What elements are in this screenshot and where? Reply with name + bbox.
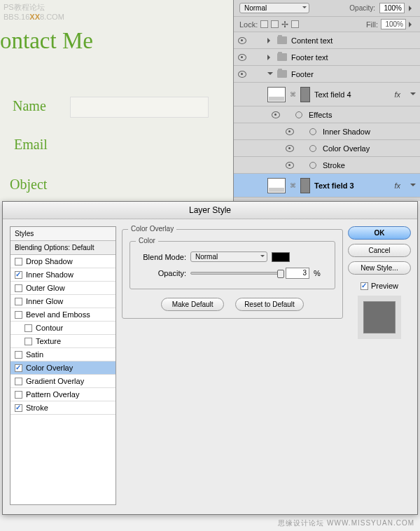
checkbox-icon[interactable] (360, 282, 368, 290)
visibility-icon[interactable] (238, 37, 246, 44)
checkbox-icon[interactable] (15, 364, 22, 372)
lock-label: Lock: (239, 20, 258, 29)
fill-label: Fill: (366, 20, 378, 29)
visibility-icon[interactable] (286, 145, 294, 152)
style-item-contour[interactable]: Contour (10, 322, 115, 335)
checkbox-icon[interactable] (15, 391, 22, 399)
style-label: Outer Glow (26, 284, 65, 292)
mask-thumb-icon (300, 87, 310, 102)
fill-arrow-icon[interactable] (409, 22, 414, 27)
checkbox-icon[interactable] (24, 324, 32, 332)
style-item-bevel-and-emboss[interactable]: Bevel and Emboss (10, 308, 115, 322)
blend-mode-row: Blend Mode: Normal (137, 249, 328, 265)
ok-button[interactable]: OK (348, 226, 411, 240)
preview-toggle[interactable]: Preview (360, 282, 398, 290)
style-item-color-overlay[interactable]: Color Overlay (10, 361, 115, 375)
checkbox-icon[interactable] (15, 271, 22, 279)
style-label: Texture (36, 337, 61, 345)
style-label: Pattern Overlay (26, 390, 79, 399)
style-item-gradient-overlay[interactable]: Gradient Overlay (10, 375, 115, 388)
style-item-inner-glow[interactable]: Inner Glow (10, 295, 115, 308)
layer-group-row[interactable]: Footer text (234, 49, 420, 66)
visibility-icon[interactable] (238, 71, 246, 78)
fx-badge[interactable]: fx (394, 181, 406, 190)
opacity-slider[interactable] (190, 272, 281, 275)
checkbox-icon[interactable] (15, 378, 22, 385)
lock-all-icon[interactable] (291, 20, 299, 28)
label-email: Email (14, 137, 48, 153)
label-name: Name (13, 98, 46, 114)
lock-transparency-icon[interactable] (260, 20, 268, 28)
style-item-outer-glow[interactable]: Outer Glow (10, 282, 115, 295)
style-item-inner-shadow[interactable]: Inner Shadow (10, 268, 115, 282)
layer-name: Content text (291, 36, 332, 45)
opacity-input[interactable]: 3 (286, 268, 309, 279)
label-object: Object (10, 177, 47, 193)
settings-pane: Color Overlay Color Blend Mode: Normal O… (122, 226, 343, 505)
style-label: Contour (36, 324, 63, 332)
checkbox-icon[interactable] (15, 284, 22, 292)
blend-mode-select[interactable]: Normal (190, 251, 267, 262)
style-item-stroke[interactable]: Stroke (10, 401, 115, 415)
checkbox-icon[interactable] (15, 404, 22, 412)
style-label: Inner Shadow (26, 270, 74, 279)
checkbox-icon[interactable] (15, 298, 22, 305)
opacity-value[interactable]: 100% (379, 3, 405, 13)
dialog-buttons: OK Cancel New Style... Preview (349, 226, 410, 505)
footer-watermark: 思缘设计论坛 WWW.MISSYUAN.COM (278, 518, 414, 528)
checkbox-icon[interactable] (24, 338, 32, 345)
layer-group-row[interactable]: Content text (234, 32, 420, 49)
opacity-arrow-icon[interactable] (409, 6, 414, 11)
style-item-drop-shadow[interactable]: Drop Shadow (10, 255, 115, 268)
lock-move-icon[interactable]: ✢ (281, 20, 288, 29)
effect-item[interactable]: Inner Shadow (234, 123, 420, 140)
effect-item[interactable]: Color Overlay (234, 140, 420, 157)
watermark-line1: PS教程论坛 (4, 2, 64, 13)
slider-thumb[interactable] (277, 270, 284, 278)
style-item-texture[interactable]: Texture (10, 335, 115, 348)
blending-options[interactable]: Blending Options: Default (10, 241, 115, 255)
cancel-button[interactable]: Cancel (348, 244, 411, 257)
effects-row[interactable]: Effects (234, 106, 420, 123)
fx-expand-icon[interactable] (410, 184, 416, 189)
visibility-icon[interactable] (286, 128, 294, 135)
folder-icon (277, 70, 287, 78)
style-label: Inner Glow (26, 297, 63, 305)
reset-default-button[interactable]: Reset to Default (235, 298, 304, 311)
visibility-icon[interactable] (272, 111, 280, 118)
style-item-pattern-overlay[interactable]: Pattern Overlay (10, 388, 115, 401)
page-heading: ontact Me (0, 28, 93, 54)
fx-expand-icon[interactable] (410, 92, 416, 98)
layer-row-selected[interactable]: ⌘Text field 3fx (234, 174, 420, 198)
make-default-button[interactable]: Make Default (161, 298, 224, 311)
effect-item[interactable]: Stroke (234, 157, 420, 174)
style-label: Gradient Overlay (26, 377, 84, 385)
visibility-icon[interactable] (286, 162, 294, 169)
checkbox-icon[interactable] (15, 311, 22, 319)
style-label: Drop Shadow (26, 257, 73, 266)
checkbox-icon[interactable] (15, 258, 22, 266)
blend-mode-label: Blend Mode: (137, 253, 186, 261)
expand-icon[interactable] (267, 55, 273, 60)
layer-row[interactable]: ⌘Text field 4fx (234, 83, 420, 106)
checkbox-icon[interactable] (15, 351, 22, 359)
color-swatch[interactable] (272, 252, 290, 262)
expand-icon[interactable] (267, 38, 273, 43)
fx-icon (309, 128, 316, 135)
layer-group-row[interactable]: Footer (234, 66, 420, 83)
lock-row: Lock: ✢ Fill: 100% (234, 17, 420, 32)
visibility-icon[interactable] (238, 54, 246, 61)
fx-badge[interactable]: fx (394, 90, 406, 99)
name-input[interactable] (70, 97, 209, 118)
color-legend: Color (136, 237, 158, 244)
opacity-label: Opacity: (349, 4, 375, 12)
blend-mode-select[interactable]: Normal (239, 3, 309, 13)
new-style-button[interactable]: New Style... (348, 261, 411, 275)
collapse-icon[interactable] (267, 72, 273, 78)
styles-header[interactable]: Styles (10, 227, 115, 241)
layer-name: Text field 4 (314, 90, 351, 99)
opacity-row: Opacity: 3 % (137, 265, 328, 282)
lock-pixels-icon[interactable] (271, 20, 279, 28)
style-item-satin[interactable]: Satin (10, 348, 115, 361)
fill-value[interactable]: 100% (381, 19, 406, 29)
